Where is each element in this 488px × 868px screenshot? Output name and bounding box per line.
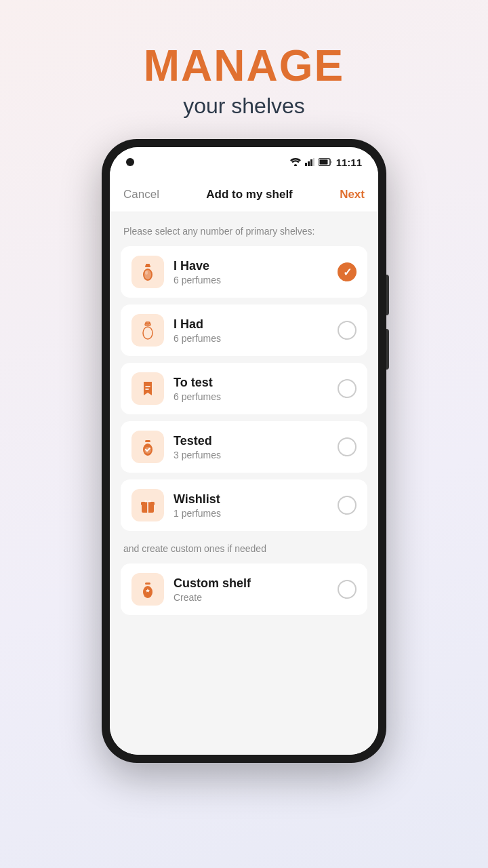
section-label: Please select any number of primary shel… — [121, 226, 367, 237]
perfume-bottle-icon — [138, 262, 157, 281]
custom-section-label: and create custom ones if needed — [121, 543, 367, 554]
svg-rect-16 — [145, 440, 150, 442]
shelf-name-custom: Custom shelf — [174, 576, 328, 591]
page-title-sub: your shelves — [144, 94, 344, 119]
page-header: MANAGE your shelves — [144, 41, 344, 119]
svg-point-14 — [143, 327, 152, 339]
shelf-list: I Have 6 perfumes I Ha — [121, 246, 367, 536]
svg-rect-2 — [308, 161, 310, 166]
shelf-count-i-have: 6 perfumes — [174, 275, 328, 285]
shelf-checkbox-i-have[interactable] — [338, 262, 357, 281]
shelf-item-to-test[interactable]: To test 6 perfumes — [121, 363, 367, 414]
shelf-checkbox-custom[interactable] — [338, 580, 357, 599]
shelf-count-to-test: 6 perfumes — [174, 391, 328, 402]
svg-rect-1 — [305, 163, 307, 166]
battery-icon — [319, 158, 332, 166]
camera-dot — [126, 158, 134, 166]
bookmark-icon — [138, 379, 157, 398]
svg-rect-4 — [313, 158, 314, 166]
shelf-item-custom[interactable]: Custom shelf Create — [121, 564, 367, 615]
perfume-check-icon — [138, 437, 157, 456]
svg-point-0 — [294, 164, 297, 166]
shelf-icon-i-have — [131, 256, 164, 288]
shelf-name-i-have: I Have — [174, 259, 328, 273]
shelf-icon-wishlist — [131, 489, 164, 521]
shelf-checkbox-tested[interactable] — [338, 437, 357, 456]
shelf-name-wishlist: Wishlist — [174, 492, 328, 507]
top-nav: Cancel Add to my shelf Next — [110, 177, 378, 212]
shelf-icon-i-had — [131, 314, 164, 347]
side-button-volume — [386, 329, 389, 370]
phone-screen: 11:11 Cancel Add to my shelf Next Please… — [110, 147, 378, 755]
shelf-name-tested: Tested — [174, 434, 328, 448]
shelf-sub-custom: Create — [174, 592, 328, 603]
shelf-icon-to-test — [131, 372, 164, 405]
shelf-info-custom: Custom shelf Create — [174, 576, 328, 603]
svg-rect-3 — [310, 159, 312, 166]
svg-rect-8 — [146, 264, 150, 266]
cancel-button[interactable]: Cancel — [123, 188, 159, 201]
shelf-count-wishlist: 1 perfumes — [174, 508, 328, 519]
shelf-info-tested: Tested 3 perfumes — [174, 434, 328, 460]
shelf-checkbox-wishlist[interactable] — [338, 496, 357, 515]
svg-point-20 — [143, 586, 152, 598]
signal-icon — [305, 158, 314, 166]
status-bar: 11:11 — [110, 147, 378, 177]
shelf-item-i-had[interactable]: I Had 6 perfumes — [121, 304, 367, 356]
perfume-star-icon — [138, 580, 157, 599]
wifi-icon — [290, 158, 301, 166]
shelf-info-i-had: I Had 6 perfumes — [174, 317, 328, 344]
notch — [126, 158, 134, 166]
shelf-checkbox-to-test[interactable] — [338, 379, 357, 398]
shelf-name-to-test: To test — [174, 376, 328, 390]
side-button-power — [386, 275, 389, 315]
status-time: 11:11 — [336, 157, 362, 168]
next-button[interactable]: Next — [340, 188, 365, 201]
svg-rect-6 — [319, 160, 327, 165]
content-area: Please select any number of primary shel… — [110, 212, 378, 755]
shelf-item-tested[interactable]: Tested 3 perfumes — [121, 421, 367, 473]
shelf-item-i-have[interactable]: I Have 6 perfumes — [121, 246, 367, 298]
shelf-checkbox-i-had[interactable] — [338, 321, 357, 340]
status-icons: 11:11 — [290, 157, 362, 168]
gift-icon — [138, 496, 157, 515]
page-title-main: MANAGE — [144, 41, 344, 91]
shelf-icon-tested — [131, 431, 164, 463]
nav-title: Add to my shelf — [206, 188, 293, 201]
shelf-icon-custom — [131, 573, 164, 606]
shelf-info-wishlist: Wishlist 1 perfumes — [174, 492, 328, 519]
shelf-info-to-test: To test 6 perfumes — [174, 376, 328, 402]
shelf-count-tested: 3 perfumes — [174, 450, 328, 460]
shelf-name-i-had: I Had — [174, 317, 328, 332]
shelf-info-i-have: I Have 6 perfumes — [174, 259, 328, 285]
phone-frame: 11:11 Cancel Add to my shelf Next Please… — [102, 139, 386, 763]
shelf-count-i-had: 6 perfumes — [174, 333, 328, 344]
svg-rect-21 — [145, 583, 150, 585]
perfume-bottle-outline-icon — [138, 321, 157, 340]
shelf-item-wishlist[interactable]: Wishlist 1 perfumes — [121, 479, 367, 531]
svg-point-11 — [145, 271, 148, 275]
